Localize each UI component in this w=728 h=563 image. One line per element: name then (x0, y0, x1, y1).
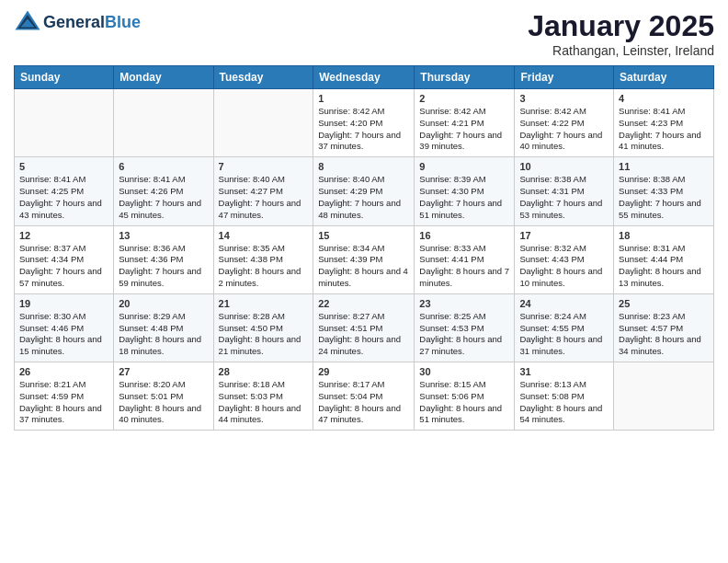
location: Rathangan, Leinster, Ireland (528, 43, 714, 58)
calendar-cell: 3Sunrise: 8:42 AMSunset: 4:22 PMDaylight… (515, 89, 614, 157)
calendar-cell: 25Sunrise: 8:23 AMSunset: 4:57 PMDayligh… (614, 293, 714, 362)
logo-general: General (43, 13, 105, 31)
day-info: Sunrise: 8:38 AMSunset: 4:33 PMDaylight:… (619, 174, 709, 221)
calendar-cell (114, 89, 213, 157)
calendar-cell: 6Sunrise: 8:41 AMSunset: 4:26 PMDaylight… (114, 157, 213, 225)
calendar-cell: 29Sunrise: 8:17 AMSunset: 5:04 PMDayligh… (313, 362, 415, 431)
day-number: 13 (119, 230, 208, 241)
title-block: January 2025 Rathangan, Leinster, Irelan… (528, 9, 714, 58)
day-number: 28 (219, 366, 309, 377)
day-number: 2 (419, 93, 509, 104)
day-info: Sunrise: 8:38 AMSunset: 4:31 PMDaylight:… (519, 174, 609, 221)
calendar-week-2: 5Sunrise: 8:41 AMSunset: 4:25 PMDaylight… (15, 157, 714, 225)
logo-icon (14, 9, 41, 37)
col-friday: Friday (515, 66, 614, 89)
day-number: 29 (318, 366, 409, 377)
day-number: 21 (219, 298, 309, 309)
calendar-cell: 31Sunrise: 8:13 AMSunset: 5:08 PMDayligh… (515, 362, 614, 431)
calendar-week-5: 26Sunrise: 8:21 AMSunset: 4:59 PMDayligh… (15, 362, 714, 431)
calendar-cell: 24Sunrise: 8:24 AMSunset: 4:55 PMDayligh… (515, 293, 614, 362)
day-number: 24 (519, 298, 609, 309)
day-number: 26 (19, 366, 108, 377)
day-info: Sunrise: 8:42 AMSunset: 4:20 PMDaylight:… (318, 106, 409, 153)
day-info: Sunrise: 8:35 AMSunset: 4:38 PMDaylight:… (219, 243, 309, 290)
day-number: 8 (318, 161, 409, 172)
day-number: 20 (119, 298, 208, 309)
day-info: Sunrise: 8:24 AMSunset: 4:55 PMDaylight:… (519, 311, 609, 358)
calendar-cell: 21Sunrise: 8:28 AMSunset: 4:50 PMDayligh… (213, 293, 313, 362)
calendar-cell: 23Sunrise: 8:25 AMSunset: 4:53 PMDayligh… (415, 293, 515, 362)
day-number: 12 (19, 230, 108, 241)
calendar-cell: 8Sunrise: 8:40 AMSunset: 4:29 PMDaylight… (313, 157, 415, 225)
day-info: Sunrise: 8:30 AMSunset: 4:46 PMDaylight:… (19, 311, 108, 358)
day-number: 1 (318, 93, 409, 104)
calendar-cell: 22Sunrise: 8:27 AMSunset: 4:51 PMDayligh… (313, 293, 415, 362)
day-number: 16 (419, 230, 509, 241)
calendar-cell: 7Sunrise: 8:40 AMSunset: 4:27 PMDaylight… (213, 157, 313, 225)
col-tuesday: Tuesday (213, 66, 313, 89)
day-info: Sunrise: 8:18 AMSunset: 5:03 PMDaylight:… (219, 379, 309, 426)
logo-line1: GeneralBlue (43, 14, 141, 32)
day-info: Sunrise: 8:25 AMSunset: 4:53 PMDaylight:… (419, 311, 509, 358)
day-info: Sunrise: 8:40 AMSunset: 4:27 PMDaylight:… (219, 174, 309, 221)
day-number: 31 (519, 366, 609, 377)
day-info: Sunrise: 8:17 AMSunset: 5:04 PMDaylight:… (318, 379, 409, 426)
day-info: Sunrise: 8:41 AMSunset: 4:26 PMDaylight:… (119, 174, 208, 221)
day-info: Sunrise: 8:28 AMSunset: 4:50 PMDaylight:… (219, 311, 309, 358)
day-number: 4 (619, 93, 709, 104)
day-info: Sunrise: 8:13 AMSunset: 5:08 PMDaylight:… (519, 379, 609, 426)
col-wednesday: Wednesday (313, 66, 415, 89)
calendar-cell: 15Sunrise: 8:34 AMSunset: 4:39 PMDayligh… (313, 225, 415, 293)
day-info: Sunrise: 8:29 AMSunset: 4:48 PMDaylight:… (119, 311, 208, 358)
day-info: Sunrise: 8:36 AMSunset: 4:36 PMDaylight:… (119, 243, 208, 290)
calendar-week-3: 12Sunrise: 8:37 AMSunset: 4:34 PMDayligh… (15, 225, 714, 293)
logo: GeneralBlue (14, 9, 141, 37)
day-number: 10 (519, 161, 609, 172)
day-info: Sunrise: 8:27 AMSunset: 4:51 PMDaylight:… (318, 311, 409, 358)
calendar-cell: 12Sunrise: 8:37 AMSunset: 4:34 PMDayligh… (15, 225, 114, 293)
day-number: 7 (219, 161, 309, 172)
calendar-cell: 28Sunrise: 8:18 AMSunset: 5:03 PMDayligh… (213, 362, 313, 431)
day-info: Sunrise: 8:32 AMSunset: 4:43 PMDaylight:… (519, 243, 609, 290)
day-number: 5 (19, 161, 108, 172)
day-info: Sunrise: 8:42 AMSunset: 4:21 PMDaylight:… (419, 106, 509, 153)
day-number: 22 (318, 298, 409, 309)
day-number: 11 (619, 161, 709, 172)
calendar-cell (614, 362, 714, 431)
col-monday: Monday (114, 66, 213, 89)
col-sunday: Sunday (15, 66, 114, 89)
calendar-cell: 18Sunrise: 8:31 AMSunset: 4:44 PMDayligh… (614, 225, 714, 293)
day-info: Sunrise: 8:33 AMSunset: 4:41 PMDaylight:… (419, 243, 509, 290)
calendar-cell: 14Sunrise: 8:35 AMSunset: 4:38 PMDayligh… (213, 225, 313, 293)
day-info: Sunrise: 8:40 AMSunset: 4:29 PMDaylight:… (318, 174, 409, 221)
day-number: 25 (619, 298, 709, 309)
day-info: Sunrise: 8:15 AMSunset: 5:06 PMDaylight:… (419, 379, 509, 426)
calendar-cell: 9Sunrise: 8:39 AMSunset: 4:30 PMDaylight… (415, 157, 515, 225)
calendar-cell: 20Sunrise: 8:29 AMSunset: 4:48 PMDayligh… (114, 293, 213, 362)
calendar-body: 1Sunrise: 8:42 AMSunset: 4:20 PMDaylight… (15, 89, 714, 431)
calendar-cell: 2Sunrise: 8:42 AMSunset: 4:21 PMDaylight… (415, 89, 515, 157)
day-number: 30 (419, 366, 509, 377)
day-info: Sunrise: 8:41 AMSunset: 4:23 PMDaylight:… (619, 106, 709, 153)
col-saturday: Saturday (614, 66, 714, 89)
day-number: 18 (619, 230, 709, 241)
calendar-cell: 19Sunrise: 8:30 AMSunset: 4:46 PMDayligh… (15, 293, 114, 362)
page: GeneralBlue January 2025 Rathangan, Lein… (0, 0, 728, 563)
calendar-cell: 11Sunrise: 8:38 AMSunset: 4:33 PMDayligh… (614, 157, 714, 225)
calendar-cell (15, 89, 114, 157)
calendar-cell: 27Sunrise: 8:20 AMSunset: 5:01 PMDayligh… (114, 362, 213, 431)
month-title: January 2025 (528, 9, 714, 43)
day-number: 3 (519, 93, 609, 104)
calendar-cell: 10Sunrise: 8:38 AMSunset: 4:31 PMDayligh… (515, 157, 614, 225)
day-number: 17 (519, 230, 609, 241)
calendar-week-1: 1Sunrise: 8:42 AMSunset: 4:20 PMDaylight… (15, 89, 714, 157)
calendar-cell: 4Sunrise: 8:41 AMSunset: 4:23 PMDaylight… (614, 89, 714, 157)
day-info: Sunrise: 8:31 AMSunset: 4:44 PMDaylight:… (619, 243, 709, 290)
calendar-cell: 5Sunrise: 8:41 AMSunset: 4:25 PMDaylight… (15, 157, 114, 225)
col-thursday: Thursday (415, 66, 515, 89)
day-info: Sunrise: 8:41 AMSunset: 4:25 PMDaylight:… (19, 174, 108, 221)
calendar-cell: 26Sunrise: 8:21 AMSunset: 4:59 PMDayligh… (15, 362, 114, 431)
day-number: 27 (119, 366, 208, 377)
calendar: Sunday Monday Tuesday Wednesday Thursday… (14, 65, 714, 431)
day-number: 9 (419, 161, 509, 172)
